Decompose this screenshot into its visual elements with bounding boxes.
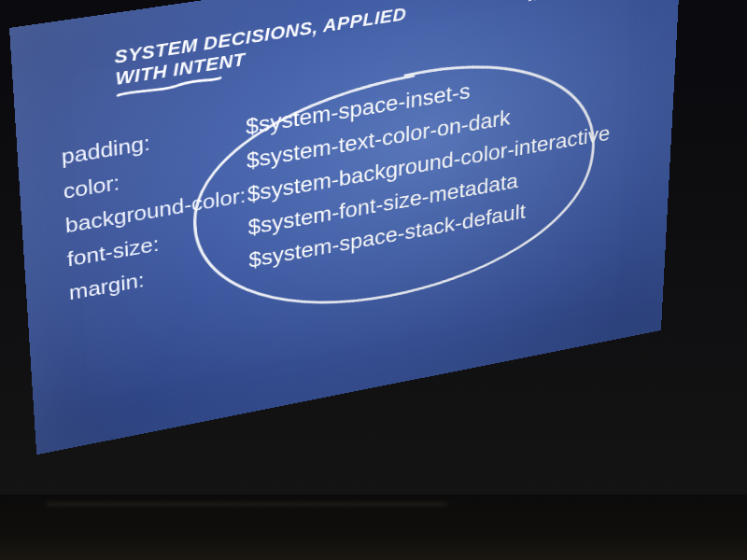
slide-filename: VARIABLES.SCSS (526, 0, 649, 6)
slide-heading: SYSTEM DECISIONS, APPLIED WITH INTENT (114, 0, 428, 90)
photo-of-conference-stage: SYSTEM DECISIONS, APPLIED WITH INTENT VA… (0, 0, 747, 560)
projected-slide: SYSTEM DECISIONS, APPLIED WITH INTENT VA… (9, 0, 683, 455)
stage-floor (0, 495, 747, 560)
slide-heading-text: SYSTEM DECISIONS, APPLIED WITH INTENT (114, 4, 406, 90)
